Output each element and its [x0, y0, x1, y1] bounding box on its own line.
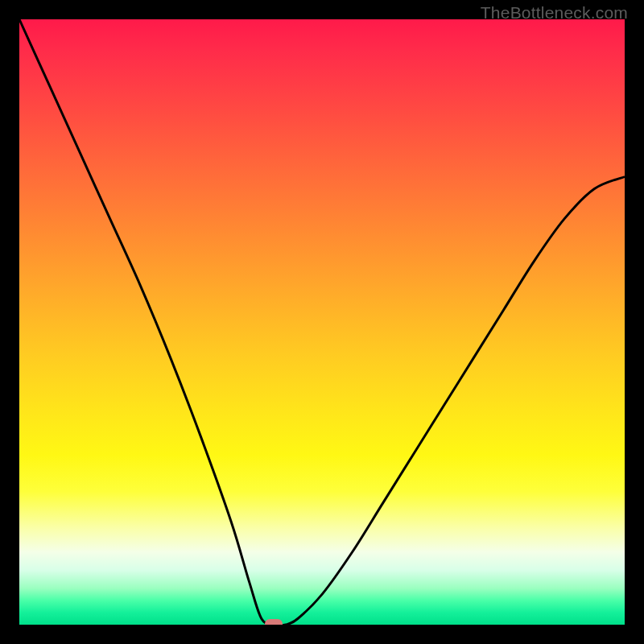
- bottleneck-curve: [19, 19, 625, 625]
- curve-svg: [19, 19, 625, 625]
- plot-area: [19, 19, 625, 625]
- optimal-point-marker: [265, 619, 283, 625]
- chart-container: TheBottleneck.com: [0, 0, 644, 644]
